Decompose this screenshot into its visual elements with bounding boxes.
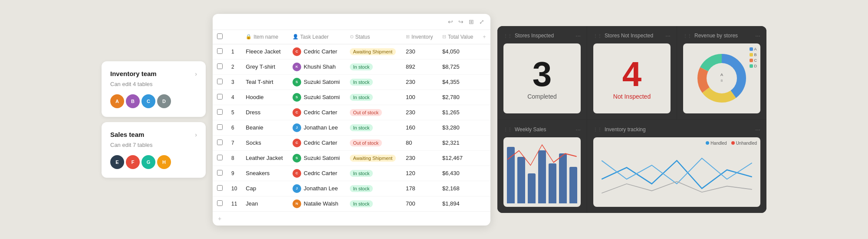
inventory-cell: 160 xyxy=(401,120,438,135)
expand-icon[interactable]: ⤢ xyxy=(478,17,485,26)
extra-cell xyxy=(478,90,490,105)
status-cell: In stock xyxy=(345,166,402,181)
inventory-tracking-menu[interactable]: ··· xyxy=(755,126,760,133)
row-checkbox-cell[interactable] xyxy=(213,196,227,211)
row-num: 6 xyxy=(227,120,241,135)
inventory-cell: 700 xyxy=(401,196,438,211)
table-row[interactable]: 8 Leather Jacket S Suzuki Satomi Awaitin… xyxy=(213,150,490,166)
inventory-team-chevron[interactable]: › xyxy=(195,70,197,77)
row-checkbox-cell[interactable] xyxy=(213,181,227,196)
avatar: C xyxy=(141,94,155,108)
stores-not-inspected-widget: Stores Not Inspected ··· 4 Not Inspected xyxy=(587,26,677,120)
value-icon: ⊟ xyxy=(442,34,446,40)
add-col-header[interactable]: + xyxy=(478,30,490,44)
item-name-cell: Cap xyxy=(241,181,288,196)
leader-name: Jonathan Lee xyxy=(304,185,338,192)
inventory-team-card[interactable]: Inventory team › Can edit 4 tables A B C… xyxy=(102,61,206,117)
table-row[interactable]: 9 Sneakers C Cedric Carter In stock 120 … xyxy=(213,166,490,181)
table-row[interactable]: 2 Grey T-shirt K Khushi Shah In stock 89… xyxy=(213,59,490,74)
row-num: 9 xyxy=(227,166,241,181)
item-name-cell: Hoodie xyxy=(241,90,288,105)
table-row[interactable]: 6 Beanie J Jonathan Lee In stock 160 $3,… xyxy=(213,120,490,135)
bar-item xyxy=(569,167,577,203)
select-all-checkbox[interactable] xyxy=(217,33,223,39)
task-leader-header[interactable]: 👤 Task Leader xyxy=(288,30,345,44)
row-checkbox-cell[interactable] xyxy=(213,135,227,150)
row-checkbox[interactable] xyxy=(217,94,223,100)
leader-avatar: C xyxy=(293,139,301,147)
leader-name: Jonathan Lee xyxy=(304,124,338,131)
leader-avatar: N xyxy=(293,199,301,208)
status-cell: Awaiting Shipment xyxy=(345,44,402,59)
row-checkbox-cell[interactable] xyxy=(213,90,227,105)
row-checkbox[interactable] xyxy=(217,109,223,115)
row-checkbox[interactable] xyxy=(217,79,223,84)
status-header[interactable]: ⊙ Status xyxy=(345,30,402,44)
row-checkbox-cell[interactable] xyxy=(213,150,227,166)
grid-icon[interactable]: ⊞ xyxy=(468,17,475,26)
extra-cell xyxy=(478,74,490,90)
stores-inspected-menu[interactable]: ··· xyxy=(575,32,581,39)
row-checkbox[interactable] xyxy=(217,170,223,176)
item-name-header[interactable]: 🔒 Item name xyxy=(241,30,288,44)
inventory-cell: 178 xyxy=(401,181,438,196)
inventory-header[interactable]: ⊞ Inventory xyxy=(401,30,438,44)
row-checkbox-cell[interactable] xyxy=(213,44,227,59)
inventory-tracking-svg xyxy=(593,137,760,207)
item-name-cell: Sneakers xyxy=(241,166,288,181)
row-checkbox[interactable] xyxy=(217,63,223,69)
status-badge: Out of stock xyxy=(350,139,382,146)
status-badge: Awaiting Shipment xyxy=(350,48,396,55)
table-row[interactable]: 1 Fleece Jacket C Cedric Carter Awaiting… xyxy=(213,44,490,59)
weekly-sales-menu[interactable]: ··· xyxy=(575,126,581,133)
row-checkbox-cell[interactable] xyxy=(213,120,227,135)
table-row[interactable]: 10 Cap J Jonathan Lee In stock 178 $2,16… xyxy=(213,181,490,196)
avatar: H xyxy=(157,155,171,169)
row-checkbox[interactable] xyxy=(217,48,223,54)
bar-item xyxy=(517,157,525,203)
status-badge: In stock xyxy=(350,200,373,207)
stores-not-inspected-label: Not Inspected xyxy=(613,93,651,100)
sales-team-card[interactable]: Sales team › Can edit 7 tables E F G H xyxy=(102,122,206,178)
revenue-by-stores-menu[interactable]: ··· xyxy=(755,32,760,39)
row-checkbox[interactable] xyxy=(217,185,223,191)
table-row[interactable]: 5 Dress C Cedric Carter Out of stock 230… xyxy=(213,105,490,120)
weekly-sales-title: Weekly Sales xyxy=(503,126,546,133)
row-checkbox[interactable] xyxy=(217,124,223,130)
item-name-cell: Jean xyxy=(241,196,288,211)
row-checkbox[interactable] xyxy=(217,155,223,160)
status-icon: ⊙ xyxy=(350,34,354,40)
unhandled-label: Unhandled xyxy=(736,141,757,146)
row-checkbox-cell[interactable] xyxy=(213,59,227,74)
task-leader-cell: J Jonathan Lee xyxy=(288,120,345,135)
sales-team-chevron[interactable]: › xyxy=(195,131,197,138)
task-leader-col-label: Task Leader xyxy=(300,34,329,40)
item-name-cell: Socks xyxy=(241,135,288,150)
stores-not-inspected-content: 4 Not Inspected xyxy=(593,43,671,113)
task-leader-cell: C Cedric Carter xyxy=(288,44,345,59)
row-checkbox-cell[interactable] xyxy=(213,166,227,181)
leader-avatar: S xyxy=(293,78,301,86)
stores-not-inspected-menu[interactable]: ··· xyxy=(665,32,671,39)
status-cell: In stock xyxy=(345,120,402,135)
row-checkbox[interactable] xyxy=(217,139,223,145)
add-row-button[interactable]: + xyxy=(218,215,221,222)
leader-avatar: J xyxy=(293,123,301,132)
unhandled-dot xyxy=(731,141,735,145)
table-row[interactable]: 3 Teal T-shirt S Suzuki Satomi In stock … xyxy=(213,74,490,90)
row-num: 5 xyxy=(227,105,241,120)
table-row[interactable]: 4 Hoodie S Suzuki Satomi In stock 100 $2… xyxy=(213,90,490,105)
row-checkbox-cell[interactable] xyxy=(213,105,227,120)
row-checkbox-cell[interactable] xyxy=(213,74,227,90)
table-row[interactable]: 11 Jean N Natalie Walsh In stock 700 $1,… xyxy=(213,196,490,211)
person-icon: 👤 xyxy=(293,34,299,40)
undo-icon[interactable]: ↩ xyxy=(447,17,454,26)
total-value-cell: $2,780 xyxy=(438,90,478,105)
total-value-header[interactable]: ⊟ Total Value xyxy=(438,30,478,44)
leader-avatar: C xyxy=(293,47,301,56)
redo-icon[interactable]: ↪ xyxy=(457,17,464,26)
checkbox-header[interactable] xyxy=(213,30,227,44)
weekly-sales-widget: Weekly Sales ··· xyxy=(497,120,587,213)
table-row[interactable]: 7 Socks C Cedric Carter Out of stock 80 … xyxy=(213,135,490,150)
row-checkbox[interactable] xyxy=(217,200,223,206)
